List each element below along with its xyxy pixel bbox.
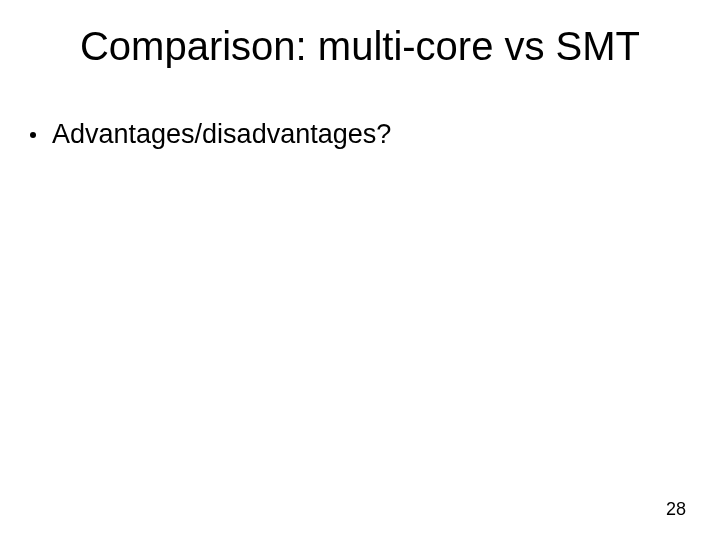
bullet-text: Advantages/disadvantages? — [52, 118, 391, 152]
list-item: Advantages/disadvantages? — [30, 118, 680, 152]
slide-title: Comparison: multi-core vs SMT — [0, 24, 720, 69]
page-number: 28 — [666, 499, 686, 520]
slide: Comparison: multi-core vs SMT Advantages… — [0, 0, 720, 540]
bullet-icon — [30, 132, 36, 138]
slide-body: Advantages/disadvantages? — [30, 118, 680, 152]
